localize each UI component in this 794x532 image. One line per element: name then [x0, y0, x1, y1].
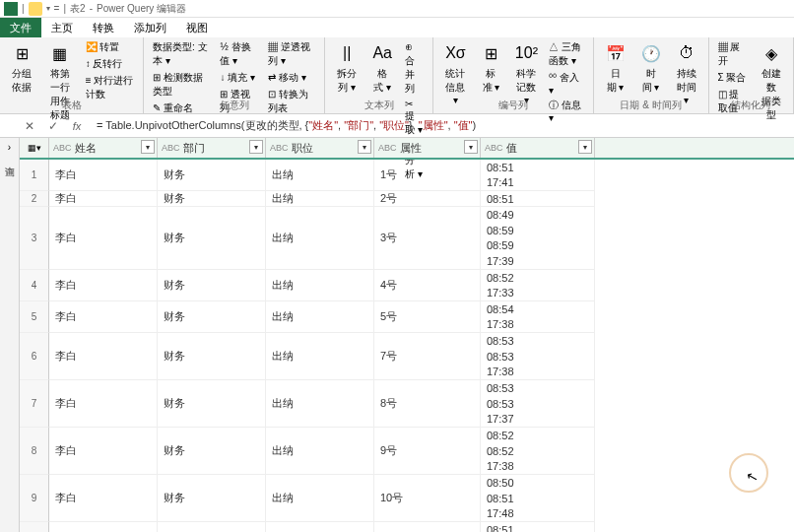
cell-name[interactable]: 李白	[49, 160, 158, 191]
row-number[interactable]: 7	[20, 380, 49, 428]
filter-dropdown-icon[interactable]: ▾	[249, 140, 263, 154]
format-button[interactable]: Aa 格 式 ▾	[366, 39, 398, 97]
cell-attr[interactable]: 10号	[374, 475, 481, 522]
cell-dept[interactable]: 财务	[158, 428, 266, 475]
col-header-dept[interactable]: ABC部门▾	[158, 138, 266, 158]
group-by-button[interactable]: ⊞ 分组 依据	[6, 39, 37, 97]
table-row[interactable]: 9李白财务出纳10号08:5008:5117:48	[20, 475, 794, 522]
cell-name[interactable]: 李白	[49, 380, 158, 428]
cell-dept[interactable]: 财务	[158, 270, 266, 301]
cell-name[interactable]: 李白	[49, 270, 158, 301]
fill-button[interactable]: ↓ 填充 ▾	[217, 70, 261, 86]
cell-name[interactable]: 李白	[49, 428, 158, 475]
table-row[interactable]: 5李白财务出纳5号08:5417:38	[20, 301, 794, 333]
cell-val[interactable]: 08:4908:5908:5917:39	[481, 207, 595, 270]
table-row[interactable]: 7李白财务出纳8号08:5308:5317:37	[20, 380, 794, 428]
queries-sidebar[interactable]: › 查询	[0, 138, 20, 532]
row-number[interactable]: 1	[20, 160, 49, 191]
cell-dept[interactable]: 财务	[158, 380, 266, 428]
aggregate-button[interactable]: Σ 聚合	[715, 70, 752, 86]
table-row[interactable]: 8李白财务出纳9号08:5208:5217:38	[20, 428, 794, 475]
cell-name[interactable]: 李白	[49, 333, 158, 380]
cell-pos[interactable]: 出纳	[266, 270, 374, 301]
cell-val[interactable]: 08:5117:41	[481, 160, 595, 191]
filter-dropdown-icon[interactable]: ▾	[358, 140, 371, 154]
row-number[interactable]: 10	[20, 522, 49, 532]
merge-cols-button[interactable]: ⊕ 合并列	[402, 39, 427, 97]
cell-val[interactable]: 08:5417:38	[481, 301, 595, 333]
cell-pos[interactable]: 出纳	[266, 191, 374, 207]
unpivot-button[interactable]: ▦ 逆透视列 ▾	[265, 39, 318, 69]
cell-val[interactable]: 08:51	[481, 191, 595, 207]
filter-dropdown-icon[interactable]: ▾	[141, 140, 155, 154]
col-header-pos[interactable]: ABC职位▾	[266, 138, 374, 158]
row-number[interactable]: 8	[20, 428, 49, 475]
filter-dropdown-icon[interactable]: ▾	[578, 140, 592, 154]
trig-button[interactable]: △ 三角函数 ▾	[546, 39, 586, 69]
time-button[interactable]: 🕐 时 间 ▾	[635, 39, 667, 97]
cell-dept[interactable]: 财务	[158, 522, 266, 532]
cell-dept[interactable]: 财务	[158, 333, 266, 380]
cell-name[interactable]: 李白	[49, 522, 158, 532]
menu-view[interactable]: 视图	[176, 18, 218, 37]
cell-attr[interactable]: 3号	[374, 207, 481, 270]
stats-button[interactable]: Χσ 统计 信息 ▾	[439, 39, 471, 107]
formula-cancel-button[interactable]: ✕	[20, 117, 39, 135]
row-number[interactable]: 2	[20, 191, 49, 207]
formula-input[interactable]: = Table.UnpivotOtherColumns(更改的类型, {"姓名"…	[91, 116, 794, 135]
cell-pos[interactable]: 出纳	[266, 428, 374, 475]
reverse-rows-button[interactable]: ↕ 反转行	[83, 56, 137, 72]
cell-attr[interactable]: 4号	[374, 270, 481, 301]
cell-val[interactable]: 08:5008:5117:48	[481, 475, 595, 522]
cell-val[interactable]: 08:5308:5317:37	[481, 380, 595, 428]
move-button[interactable]: ⇄ 移动 ▾	[265, 70, 318, 86]
split-col-button[interactable]: || 拆分 列 ▾	[331, 39, 363, 97]
col-header-val[interactable]: ABC值▾	[481, 138, 595, 158]
cell-attr[interactable]: 11号	[374, 522, 481, 532]
cell-attr[interactable]: 2号	[374, 191, 481, 207]
cell-attr[interactable]: 9号	[374, 428, 481, 475]
table-row[interactable]: 4李白财务出纳4号08:5217:33	[20, 270, 794, 301]
row-number[interactable]: 4	[20, 270, 49, 301]
cell-attr[interactable]: 8号	[374, 380, 481, 428]
round-button[interactable]: ⁰⁰ 舍入 ▾	[546, 70, 586, 97]
duration-button[interactable]: ⏱ 持续 时间 ▾	[671, 39, 702, 107]
cell-attr[interactable]: 5号	[374, 301, 481, 333]
cell-val[interactable]: 08:5108:5117:46	[481, 522, 595, 532]
grid-corner[interactable]: ▦▾	[20, 138, 49, 158]
cell-dept[interactable]: 财务	[158, 301, 266, 333]
cell-val[interactable]: 08:5217:33	[481, 270, 595, 301]
table-row[interactable]: 2李白财务出纳2号08:51	[20, 191, 794, 207]
cell-pos[interactable]: 出纳	[266, 333, 374, 380]
cell-val[interactable]: 08:5308:5317:38	[481, 333, 595, 380]
cell-attr[interactable]: 7号	[374, 333, 481, 380]
cell-name[interactable]: 李白	[49, 207, 158, 270]
cell-pos[interactable]: 出纳	[266, 380, 374, 428]
detect-type-button[interactable]: ⊞ 检测数据类型	[150, 70, 213, 100]
row-number[interactable]: 5	[20, 301, 49, 333]
cell-pos[interactable]: 出纳	[266, 160, 374, 191]
cell-dept[interactable]: 财务	[158, 160, 266, 191]
cell-name[interactable]: 李白	[49, 475, 158, 522]
col-header-name[interactable]: ABC姓名▾	[49, 138, 158, 158]
filter-dropdown-icon[interactable]: ▾	[464, 140, 478, 154]
cell-attr[interactable]: 1号	[374, 160, 481, 191]
datatype-button[interactable]: 数据类型: 文本 ▾	[150, 39, 213, 69]
expand-button[interactable]: ▦ 展开	[715, 39, 752, 69]
cell-dept[interactable]: 财务	[158, 207, 266, 270]
cell-pos[interactable]: 出纳	[266, 301, 374, 333]
col-header-attr[interactable]: ABC属性▾	[374, 138, 481, 158]
row-number[interactable]: 3	[20, 207, 49, 270]
cell-name[interactable]: 李白	[49, 301, 158, 333]
cell-dept[interactable]: 财务	[158, 475, 266, 522]
standard-button[interactable]: ⊞ 标 准 ▾	[475, 39, 506, 97]
menu-file[interactable]: 文件	[0, 18, 41, 37]
scientific-button[interactable]: 10² 科学 记数 ▾	[510, 39, 542, 107]
cell-val[interactable]: 08:5208:5217:38	[481, 428, 595, 475]
cell-name[interactable]: 李白	[49, 191, 158, 207]
cell-pos[interactable]: 出纳	[266, 207, 374, 270]
table-row[interactable]: 6李白财务出纳7号08:5308:5317:38	[20, 333, 794, 380]
table-row[interactable]: 3李白财务出纳3号08:4908:5908:5917:39	[20, 207, 794, 270]
menu-addcol[interactable]: 添加列	[124, 18, 176, 37]
transpose-button[interactable]: 🔀 转置	[83, 39, 137, 55]
